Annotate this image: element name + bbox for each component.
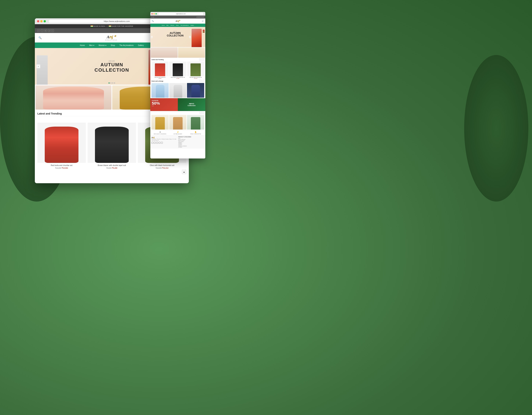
hero-side-model: [37, 55, 48, 85]
small-login-link[interactable]: LOGIN/SIGNUP: [196, 17, 204, 18]
small-logo: Anj✿: [175, 20, 180, 23]
slider-prev-button[interactable]: ‹: [36, 64, 40, 68]
nav-gallery[interactable]: Gallery: [138, 44, 144, 46]
scroll-to-top-button[interactable]: ▲: [182, 170, 186, 174]
sm-gown-next[interactable]: ›: [202, 80, 204, 82]
product-sale-price-3: ₹12,312: [162, 167, 169, 169]
slider-dot-3[interactable]: [112, 83, 113, 83]
small-search-icon[interactable]: 🔍: [152, 20, 154, 22]
sm-gown-1[interactable]: [152, 83, 169, 98]
footer-in-icon[interactable]: in: [156, 142, 158, 144]
product-image-1[interactable]: [38, 123, 86, 163]
small-maximize-button[interactable]: [155, 13, 157, 14]
product-image-2[interactable]: [88, 123, 136, 163]
sm-men-3[interactable]: [187, 115, 204, 129]
sm-products-next[interactable]: ›: [202, 58, 204, 61]
nav-home[interactable]: Home: [80, 44, 85, 46]
quality-icon: ★: [152, 131, 169, 133]
nav-women[interactable]: Women ▾: [99, 44, 106, 46]
sm-featured-women[interactable]: [151, 47, 178, 58]
sm-men-1[interactable]: [152, 115, 169, 129]
sm-product-image-1[interactable]: [152, 62, 169, 76]
nav-shop[interactable]: Shop: [111, 44, 115, 46]
gown-fig-3: [191, 85, 200, 98]
featured-women-item[interactable]: [36, 85, 112, 110]
footer-pt-icon[interactable]: ●: [159, 142, 161, 144]
small-minimize-button[interactable]: [153, 13, 155, 14]
flag-icon-2: [109, 26, 111, 27]
sm-swatch-brown[interactable]: [203, 31, 205, 33]
footer-cat-others: OTHERS: [178, 147, 204, 148]
product-sale-price-2: ₹5,288: [112, 167, 117, 169]
sm-gown-3[interactable]: [187, 83, 204, 98]
small-header: 🔍 Anj✿ 🛒: [150, 18, 205, 24]
tumblr-icon[interactable]: t: [51, 29, 54, 32]
sm-product-image-2[interactable]: [169, 62, 186, 76]
nav-men[interactable]: Men ▾: [89, 44, 94, 46]
slider-dot-1[interactable]: [109, 83, 110, 83]
sm-fb-icon[interactable]: f: [152, 17, 152, 18]
sm-product-image-3[interactable]: [187, 62, 204, 76]
sm-gown-2[interactable]: [169, 83, 186, 98]
sm-slider-next[interactable]: ›: [189, 36, 191, 38]
footer-phone: +91 740 740 0777: [152, 140, 178, 141]
product-price-1: ₹14,000 ₹10,584: [38, 167, 86, 169]
sm-gown-prev[interactable]: ‹: [200, 80, 202, 82]
sm-nav-gallery[interactable]: Gallery: [190, 25, 194, 26]
sm-feature-quality: ★ BEST QUALITY ASSURANCE: [152, 131, 169, 135]
sm-tw-icon[interactable]: t: [152, 17, 153, 18]
men-fig-3: [191, 117, 200, 129]
logo-text: Anj ✿: [105, 35, 117, 39]
sm-nav-women[interactable]: Women: [171, 25, 174, 26]
slider-dot-4[interactable]: [114, 83, 115, 83]
footer-tw-icon[interactable]: t: [154, 142, 156, 144]
sm-product-3: Olive with black horizontal suit ₹12,312: [187, 62, 204, 79]
small-latest-title: Latest and Trending: [152, 59, 164, 60]
maximize-button[interactable]: [44, 20, 46, 22]
mens-collection-side: MEN'SCollection: [178, 98, 205, 111]
logo-subtitle: KREATIONS: [105, 39, 117, 41]
instagram-icon[interactable]: in: [44, 29, 47, 32]
sm-nav-men[interactable]: Men: [166, 25, 169, 26]
footer-cats-title: PRODUCT CATEGORIES: [178, 136, 204, 138]
footer-social-icons: f t in ● t: [152, 142, 178, 144]
product-card-1: Red kurta and churidar set ₹14,000 ₹10,5…: [38, 123, 86, 169]
footer-tm-icon[interactable]: t: [161, 142, 163, 144]
sm-nav-shop[interactable]: Shop: [176, 25, 179, 26]
slider-dots: [109, 83, 115, 83]
sm-slider-prev[interactable]: ‹: [151, 36, 152, 38]
sm-in-icon[interactable]: in: [153, 17, 154, 18]
small-url-bar[interactable]: anjkreations.com: [158, 13, 203, 15]
sm-products-prev[interactable]: ‹: [199, 58, 201, 61]
fashion-percent: 50%: [152, 101, 176, 105]
product-original-price-3: ₹16,000: [156, 167, 162, 169]
sm-swatch-red[interactable]: [203, 30, 205, 31]
search-button[interactable]: 🔍: [38, 36, 42, 39]
gown-fig-1: [156, 85, 164, 98]
sm-mens-prev[interactable]: ‹: [200, 111, 202, 114]
slider-dot-2[interactable]: [110, 83, 112, 83]
footer-address: Anjali Biyani, Shop No. 5, Market Comple…: [152, 138, 178, 140]
sm-product-1: Red kurta and churidar set ₹6,000: [152, 62, 169, 79]
sm-mens-next[interactable]: ›: [202, 111, 204, 114]
pinterest-icon[interactable]: ●: [48, 29, 50, 32]
small-mens-grid: [150, 114, 205, 130]
twitter-icon[interactable]: t: [41, 29, 43, 32]
product-name-1: Red kurta and churidar set: [38, 164, 86, 166]
small-cart-icon[interactable]: 🛒: [202, 20, 204, 22]
made-in-india-text: MADE IN INDIA: [94, 25, 105, 27]
sm-nav-anj[interactable]: The Anjkreations: [180, 25, 189, 26]
footer-fb-icon[interactable]: f: [152, 142, 153, 144]
delivery-icon: ⚡: [169, 131, 186, 133]
close-button[interactable]: [37, 20, 39, 22]
small-product-grid: Red kurta and churidar set ₹6,000 Brown …: [150, 61, 205, 80]
sm-product-2: Brown blazer with double lapel suit ₹5,2…: [169, 62, 186, 79]
sm-nav-home[interactable]: Home: [162, 25, 165, 26]
small-close-button[interactable]: [152, 13, 153, 14]
minimize-button[interactable]: [40, 20, 43, 22]
nav-anj-kreations[interactable]: The Anj kreations: [119, 44, 133, 46]
facebook-icon[interactable]: f: [38, 29, 40, 32]
product-name-2: Brown blazer with double lapel suit: [88, 164, 136, 166]
sm-men-2[interactable]: [169, 115, 186, 129]
sm-featured-men[interactable]: [178, 47, 205, 58]
